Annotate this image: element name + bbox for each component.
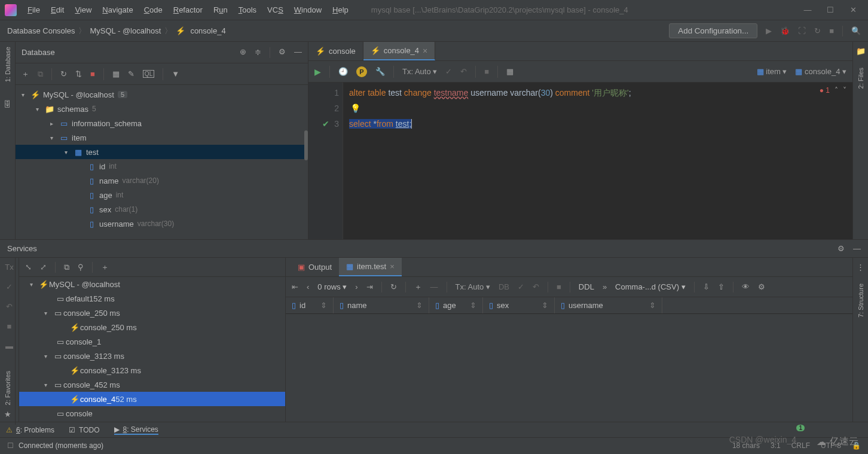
tree-node-connection[interactable]: ▾⚡ MySQL - @localhost5 bbox=[16, 87, 308, 102]
gear-icon[interactable]: ⚙ bbox=[838, 244, 845, 253]
code-editor[interactable]: 123✔ alter table test change testname us… bbox=[308, 83, 852, 239]
tab-problems[interactable]: ⚠6: Problems bbox=[6, 426, 54, 434]
ddl-button[interactable]: DDL bbox=[579, 282, 594, 291]
minimize-button[interactable]: ― bbox=[802, 5, 813, 14]
debug-icon[interactable]: 🐞 bbox=[780, 26, 790, 35]
svc-node-console[interactable]: ▾▭console_452 ms bbox=[19, 377, 285, 392]
inspection-widget[interactable]: ● 1 ˄ ˅ bbox=[820, 86, 846, 95]
tool-window-favorites[interactable]: 2: Favorites bbox=[4, 371, 11, 405]
eye-icon[interactable]: 👁 bbox=[742, 282, 750, 291]
tree-node-schemas[interactable]: ▾📁 schemas5 bbox=[16, 102, 308, 116]
svc-node-console[interactable]: ▾▭console_3123 ms bbox=[19, 349, 285, 363]
svc-node-connection[interactable]: ▾⚡MySQL - @localhost bbox=[19, 277, 285, 291]
download-icon[interactable]: ⇩ bbox=[703, 282, 710, 291]
expand-icon[interactable]: ⤡ bbox=[25, 263, 32, 272]
stop-icon[interactable]: ■ bbox=[90, 69, 95, 78]
svc-node-console[interactable]: ▾▭console_250 ms bbox=[19, 306, 285, 320]
close-icon[interactable]: × bbox=[390, 262, 395, 271]
stop-icon[interactable]: ■ bbox=[829, 26, 834, 35]
hide-icon[interactable]: ― bbox=[294, 47, 302, 58]
svc-tab-output[interactable]: ▣Output bbox=[291, 258, 339, 276]
svc-node-default[interactable]: ▭default152 ms bbox=[19, 291, 285, 306]
commit-icon[interactable]: ✓ bbox=[445, 67, 452, 76]
svc-tab-itemtest[interactable]: ▦item.test× bbox=[339, 258, 402, 276]
add-configuration-button[interactable]: Add Configuration... bbox=[669, 23, 757, 38]
copy-icon[interactable]: ⧉ bbox=[38, 69, 43, 79]
grid-icon[interactable]: ▦ bbox=[506, 67, 514, 76]
notification-badge[interactable]: 1 bbox=[796, 425, 805, 431]
stop-icon[interactable]: ■ bbox=[484, 67, 489, 76]
remove-row-icon[interactable]: ― bbox=[430, 282, 438, 291]
menu-file[interactable]: File bbox=[23, 3, 45, 17]
close-button[interactable]: ✕ bbox=[848, 5, 858, 14]
console-selector[interactable]: ▦ console_4 ▾ bbox=[795, 67, 846, 76]
menu-run[interactable]: Run bbox=[209, 3, 233, 17]
code-content[interactable]: alter table test change testname usernam… bbox=[343, 83, 852, 239]
menu-view[interactable]: View bbox=[70, 3, 96, 17]
edit-icon[interactable]: ✎ bbox=[128, 69, 135, 78]
sync-icon[interactable]: ⇅ bbox=[75, 69, 82, 78]
next-icon[interactable]: › bbox=[355, 282, 357, 291]
menu-code[interactable]: Code bbox=[139, 3, 167, 17]
commit-icon[interactable]: ✓ bbox=[518, 282, 524, 291]
menu-window[interactable]: Window bbox=[289, 3, 326, 17]
schema-selector[interactable]: ▦ item ▾ bbox=[757, 67, 787, 76]
scrollbar[interactable] bbox=[304, 130, 308, 160]
intention-bulb-icon[interactable]: 💡 bbox=[350, 103, 360, 113]
db-icon[interactable]: DB bbox=[499, 282, 509, 291]
svc-node-console[interactable]: ▭console_1 bbox=[19, 334, 285, 349]
row-count-dropdown[interactable]: 0 rows ▾ bbox=[317, 282, 347, 291]
query-console-icon[interactable]: QL bbox=[143, 70, 154, 78]
profile-icon[interactable]: ↻ bbox=[814, 26, 821, 35]
run-icon[interactable]: ▶ bbox=[314, 67, 321, 77]
tool-window-files[interactable]: 2: Files bbox=[857, 68, 864, 89]
tab-services[interactable]: ▶8: Services bbox=[114, 425, 158, 435]
tree-node-column[interactable]: ▯namevarchar(20) bbox=[16, 173, 308, 188]
gear-icon[interactable]: ⚙ bbox=[279, 47, 286, 58]
tree-node-column[interactable]: ▯idint bbox=[16, 159, 308, 173]
group-icon[interactable]: ⧉ bbox=[64, 263, 69, 272]
first-icon[interactable]: ⇤ bbox=[292, 282, 298, 291]
col-header-sex[interactable]: ▯sex⇕ bbox=[483, 297, 555, 313]
up-icon[interactable]: ˄ bbox=[835, 86, 838, 95]
filter-icon[interactable]: ⚲ bbox=[78, 263, 84, 272]
menu-refactor[interactable]: Refactor bbox=[169, 3, 207, 17]
add-icon[interactable]: ＋ bbox=[22, 69, 29, 80]
col-header-username[interactable]: ▯username⇕ bbox=[555, 297, 662, 313]
coverage-icon[interactable]: ⛶ bbox=[798, 26, 806, 35]
tree-node-column[interactable]: ▯ageint bbox=[16, 188, 308, 202]
svc-node-console[interactable]: ▭console bbox=[19, 406, 285, 421]
target-icon[interactable]: ⊕ bbox=[240, 47, 246, 58]
progress-icon[interactable]: P bbox=[356, 66, 367, 77]
export-format-dropdown[interactable]: Comma-...d (CSV) ▾ bbox=[615, 282, 686, 291]
last-icon[interactable]: ⇥ bbox=[366, 282, 373, 291]
tree-node-schema[interactable]: ▾▭ item bbox=[16, 130, 308, 145]
tree-node-column[interactable]: ▯sexchar(1) bbox=[16, 202, 308, 217]
tree-node-column[interactable]: ▯usernamevarchar(30) bbox=[16, 217, 308, 231]
hide-icon[interactable]: ― bbox=[853, 244, 861, 253]
menu-edit[interactable]: Edit bbox=[46, 3, 69, 17]
collapse-icon[interactable]: ≑ bbox=[255, 47, 261, 58]
svc-node-console-child[interactable]: ⚡console_452 ms bbox=[19, 392, 285, 406]
tool-window-database[interactable]: 1: Database bbox=[4, 47, 11, 82]
rollback-icon[interactable]: ↶ bbox=[460, 67, 467, 76]
tree-node-table[interactable]: ▾▦ test bbox=[16, 145, 308, 159]
tab-todo[interactable]: ☑TODO bbox=[69, 426, 99, 434]
menu-vcs[interactable]: VCS bbox=[262, 3, 288, 17]
close-icon[interactable]: × bbox=[423, 46, 427, 56]
upload-icon[interactable]: ⇧ bbox=[718, 282, 725, 291]
col-header-id[interactable]: ▯id⇕ bbox=[286, 297, 334, 313]
tx-mode-dropdown[interactable]: Tx: Auto ▾ bbox=[456, 282, 490, 291]
menu-help[interactable]: Help bbox=[328, 3, 353, 17]
add-icon[interactable]: ＋ bbox=[101, 262, 109, 273]
svc-node-console-child[interactable]: ⚡console_250 ms bbox=[19, 320, 285, 334]
tree-node-schema[interactable]: ▸▭ information_schema bbox=[16, 116, 308, 130]
maximize-button[interactable]: ☐ bbox=[825, 5, 836, 14]
prev-icon[interactable]: ‹ bbox=[307, 282, 309, 291]
db-gutter-icon[interactable]: 🗄 bbox=[4, 100, 11, 109]
search-icon[interactable]: 🔍 bbox=[851, 26, 861, 35]
add-row-icon[interactable]: ＋ bbox=[414, 282, 422, 292]
refresh-icon[interactable]: ↻ bbox=[60, 69, 67, 78]
files-icon[interactable]: 📁 bbox=[856, 47, 866, 56]
svc-node-console-child[interactable]: ⚡console_3123 ms bbox=[19, 363, 285, 377]
